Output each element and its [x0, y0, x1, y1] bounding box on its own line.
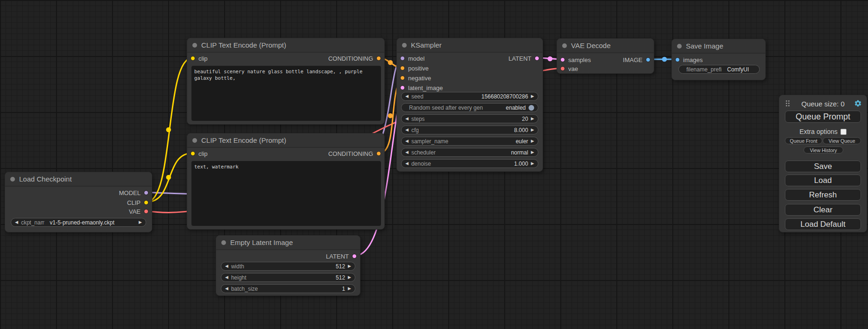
- view-queue-button[interactable]: View Queue: [823, 137, 861, 144]
- collapse-toggle-icon[interactable]: [562, 43, 567, 48]
- input-slot-clip[interactable]: clip: [191, 149, 208, 158]
- next-value-arrow-icon[interactable]: ▶: [531, 150, 534, 154]
- link-midpoint-dot[interactable]: [166, 127, 171, 133]
- widget-cfg[interactable]: ◀ cfg 8.000 ▶: [401, 126, 538, 134]
- widget-width[interactable]: ◀ width 512 ▶: [221, 262, 355, 271]
- next-value-arrow-icon[interactable]: ▶: [348, 275, 351, 280]
- output-slot-latent[interactable]: LATENT: [326, 252, 357, 260]
- node-title-bar[interactable]: Empty Latent Image: [216, 236, 360, 250]
- output-slot-latent[interactable]: LATENT: [508, 54, 539, 63]
- input-slot-vae[interactable]: vae: [560, 64, 578, 73]
- link-midpoint-dot[interactable]: [388, 60, 393, 65]
- input-slot-images[interactable]: images: [675, 56, 703, 64]
- slot-dot-vae[interactable]: [144, 209, 148, 214]
- next-value-arrow-icon[interactable]: ▶: [139, 220, 142, 224]
- node-load-checkpoint[interactable]: Load Checkpoint MODEL CLIP VAE ◀ ckpt_na…: [5, 172, 152, 232]
- slot-dot-conditioning[interactable]: [400, 76, 405, 80]
- prev-value-arrow-icon[interactable]: ◀: [405, 94, 409, 98]
- prev-value-arrow-icon[interactable]: ◀: [405, 128, 409, 132]
- queue-panel[interactable]: Queue size: 0 Queue Prompt Extra options…: [779, 95, 867, 232]
- link-midpoint-dot[interactable]: [388, 113, 393, 119]
- slot-dot-conditioning[interactable]: [376, 56, 381, 61]
- widget-height[interactable]: ◀ height 512 ▶: [221, 273, 355, 282]
- node-vae-decode[interactable]: VAE Decode samples vae IMAGE: [557, 38, 654, 74]
- node-title-bar[interactable]: VAE Decode: [557, 39, 654, 53]
- widget-denoise[interactable]: ◀ denoise 1.000 ▶: [401, 159, 538, 168]
- load-default-button[interactable]: Load Default: [785, 218, 861, 230]
- extra-options-checkbox[interactable]: [840, 129, 847, 135]
- widget-steps[interactable]: ◀ steps 20 ▶: [401, 114, 538, 123]
- slot-dot-latent[interactable]: [560, 57, 565, 62]
- queue-front-button[interactable]: Queue Front: [785, 137, 822, 144]
- next-value-arrow-icon[interactable]: ▶: [348, 287, 351, 291]
- widget-sampler-name[interactable]: ◀ sampler_name euler ▶: [401, 137, 538, 146]
- slot-dot-latent[interactable]: [400, 85, 405, 90]
- widget-random-seed-toggle[interactable]: Random seed after every gen enabled: [401, 103, 538, 112]
- refresh-button[interactable]: Refresh: [785, 189, 861, 201]
- toggle-dot-icon[interactable]: [529, 105, 534, 111]
- slot-dot-clip[interactable]: [191, 151, 195, 156]
- input-slot-positive[interactable]: positive: [400, 64, 429, 72]
- output-slot-conditioning[interactable]: CONDITIONING: [328, 54, 381, 63]
- slot-dot-model[interactable]: [144, 190, 148, 195]
- collapse-toggle-icon[interactable]: [192, 43, 197, 48]
- prev-value-arrow-icon[interactable]: ◀: [405, 117, 409, 121]
- prev-value-arrow-icon[interactable]: ◀: [405, 161, 409, 166]
- next-value-arrow-icon[interactable]: ▶: [348, 264, 351, 268]
- widget-batch-size[interactable]: ◀ batch_size 1 ▶: [221, 284, 355, 293]
- next-value-arrow-icon[interactable]: ▶: [531, 128, 534, 132]
- node-clip-text-encode-negative[interactable]: CLIP Text Encode (Prompt) clip CONDITION…: [187, 133, 385, 230]
- output-slot-conditioning[interactable]: CONDITIONING: [328, 149, 381, 158]
- next-value-arrow-icon[interactable]: ▶: [531, 94, 534, 98]
- input-slot-latent-image[interactable]: latent_image: [400, 84, 443, 92]
- slot-dot-model[interactable]: [400, 56, 405, 61]
- slot-dot-image[interactable]: [646, 57, 650, 62]
- output-slot-clip[interactable]: CLIP: [127, 198, 148, 207]
- node-ksampler[interactable]: KSampler model positive negative latent_…: [396, 38, 543, 172]
- slot-dot-clip[interactable]: [191, 56, 195, 61]
- link-midpoint-dot[interactable]: [662, 57, 667, 62]
- collapse-toggle-icon[interactable]: [677, 44, 682, 49]
- node-title-bar[interactable]: KSampler: [397, 38, 543, 53]
- node-clip-text-encode-positive[interactable]: CLIP Text Encode (Prompt) clip CONDITION…: [187, 38, 385, 125]
- collapse-toggle-icon[interactable]: [192, 138, 197, 143]
- next-value-arrow-icon[interactable]: ▶: [531, 139, 534, 143]
- input-slot-samples[interactable]: samples: [560, 56, 591, 64]
- slot-dot-conditioning[interactable]: [400, 66, 405, 70]
- node-title-bar[interactable]: CLIP Text Encode (Prompt): [187, 38, 384, 53]
- prev-value-arrow-icon[interactable]: ◀: [225, 275, 228, 280]
- node-save-image[interactable]: Save Image images filename_prefix ComfyU…: [671, 39, 766, 80]
- output-slot-model[interactable]: MODEL: [119, 189, 148, 197]
- settings-gear-icon[interactable]: [854, 99, 862, 107]
- node-title-bar[interactable]: CLIP Text Encode (Prompt): [187, 133, 384, 148]
- output-slot-image[interactable]: IMAGE: [623, 56, 650, 64]
- next-value-arrow-icon[interactable]: ▶: [531, 117, 534, 121]
- widget-ckpt-name[interactable]: ◀ ckpt_name v1-5-pruned-emaonly.ckpt ▶: [11, 218, 146, 227]
- next-value-arrow-icon[interactable]: ▶: [531, 161, 534, 166]
- input-slot-model[interactable]: model: [400, 54, 424, 63]
- slot-dot-vae[interactable]: [560, 66, 565, 71]
- save-button[interactable]: Save: [785, 161, 861, 172]
- input-slot-clip[interactable]: clip: [191, 54, 208, 63]
- collapse-toggle-icon[interactable]: [221, 240, 226, 245]
- widget-filename-prefix[interactable]: filename_prefix ComfyUI: [678, 65, 760, 74]
- output-slot-vae[interactable]: VAE: [129, 207, 148, 216]
- input-slot-negative[interactable]: negative: [400, 74, 431, 82]
- slot-dot-latent[interactable]: [535, 56, 539, 61]
- slot-dot-latent[interactable]: [352, 254, 357, 259]
- prev-value-arrow-icon[interactable]: ◀: [405, 150, 409, 154]
- prev-value-arrow-icon[interactable]: ◀: [405, 139, 409, 143]
- positive-prompt-textarea[interactable]: beautiful scenery nature glass bottle la…: [191, 66, 381, 121]
- clear-button[interactable]: Clear: [785, 204, 861, 216]
- widget-seed[interactable]: ◀ seed 156680208700286 ▶: [401, 92, 538, 101]
- node-empty-latent-image[interactable]: Empty Latent Image LATENT ◀ width 512 ▶ …: [216, 235, 360, 296]
- prev-value-arrow-icon[interactable]: ◀: [225, 264, 228, 268]
- node-title-bar[interactable]: Load Checkpoint: [5, 172, 152, 187]
- prev-value-arrow-icon[interactable]: ◀: [15, 220, 18, 224]
- slot-dot-clip[interactable]: [144, 200, 148, 205]
- graph-canvas[interactable]: { "colors": { "model": "#B39DDB", "clip"…: [0, 0, 868, 329]
- prev-value-arrow-icon[interactable]: ◀: [225, 287, 228, 291]
- slot-dot-conditioning[interactable]: [376, 151, 381, 156]
- slot-dot-image[interactable]: [675, 57, 680, 62]
- node-title-bar[interactable]: Save Image: [672, 39, 765, 54]
